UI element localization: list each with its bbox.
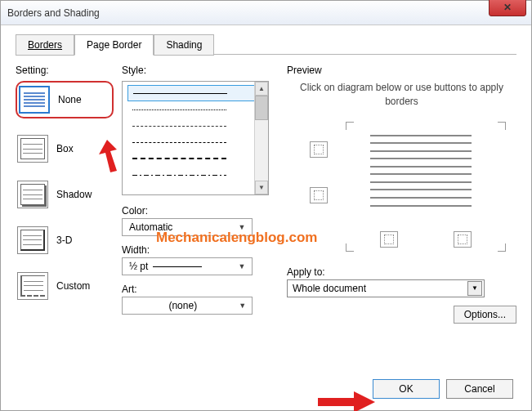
- tab-strip: Borders Page Border Shading: [16, 34, 516, 55]
- width-label: Width:: [122, 244, 150, 256]
- applyto-dropdown[interactable]: Whole document ▼: [287, 279, 485, 297]
- chevron-down-icon: ▼: [467, 281, 482, 296]
- setting-shadow-label: Shadow: [56, 189, 92, 200]
- tab-shading[interactable]: Shading: [154, 34, 214, 56]
- corner-marker: [346, 122, 354, 130]
- setting-column: Setting: None Box: [16, 65, 114, 324]
- style-option-dashdot[interactable]: [127, 167, 263, 183]
- style-option-dash-small[interactable]: [127, 118, 263, 134]
- chevron-down-icon: ▼: [235, 262, 248, 270]
- setting-box[interactable]: Box: [16, 133, 114, 164]
- art-value: (none): [129, 300, 237, 311]
- corner-marker: [346, 243, 354, 252]
- svg-rect-1: [318, 398, 354, 406]
- style-scrollbar[interactable]: ▲ ▼: [254, 82, 268, 194]
- content-area: Borders Page Border Shading Setting: Non…: [1, 25, 531, 410]
- style-column: Style: ▲ ▼: [122, 65, 269, 324]
- applyto-label: Apply to:: [287, 266, 325, 278]
- setting-custom-label: Custom: [56, 280, 90, 292]
- border-bottom-button[interactable]: [310, 187, 328, 203]
- art-label: Art:: [122, 284, 137, 295]
- preview-column: Preview Click on diagram below or use bu…: [277, 65, 516, 324]
- border-left-button[interactable]: [380, 231, 398, 248]
- scroll-down-icon[interactable]: ▼: [255, 181, 268, 194]
- preview-page-icon: [364, 130, 478, 212]
- setting-shadow[interactable]: Shadow: [16, 179, 114, 210]
- scroll-up-icon[interactable]: ▲: [255, 82, 268, 96]
- width-dropdown[interactable]: ½ pt ▼: [122, 257, 253, 275]
- annotation-arrow-icon: [318, 391, 375, 411]
- preview-hint: Click on diagram below or use buttons to…: [287, 81, 516, 109]
- border-top-button[interactable]: [310, 141, 328, 158]
- chevron-down-icon: ▼: [235, 223, 248, 231]
- ok-button[interactable]: OK: [373, 379, 440, 399]
- main-panel: Setting: None Box: [16, 65, 516, 324]
- preview-diagram[interactable]: [300, 123, 504, 250]
- threed-icon: [17, 226, 48, 254]
- preview-label: Preview: [287, 65, 516, 76]
- applyto-value: Whole document: [293, 283, 366, 294]
- border-right-button[interactable]: [454, 231, 472, 248]
- scroll-thumb[interactable]: [255, 96, 268, 120]
- setting-none[interactable]: None: [16, 81, 114, 118]
- setting-none-label: None: [58, 94, 82, 105]
- setting-3d-label: 3-D: [56, 235, 72, 246]
- corner-marker: [498, 122, 506, 130]
- close-button[interactable]: ✕: [489, 0, 526, 16]
- none-icon: [19, 86, 50, 114]
- style-label: Style:: [122, 65, 269, 76]
- tab-borders[interactable]: Borders: [16, 34, 74, 56]
- color-dropdown[interactable]: Automatic ▼: [122, 218, 253, 236]
- style-option-dotted[interactable]: [127, 101, 263, 118]
- art-dropdown[interactable]: (none) ▼: [122, 297, 253, 315]
- dialog-window: Borders and Shading ✕ Borders Page Borde…: [0, 0, 532, 411]
- custom-icon: [17, 272, 48, 300]
- setting-box-label: Box: [56, 143, 74, 154]
- shadow-icon: [17, 181, 48, 208]
- color-value: Automatic: [129, 221, 172, 233]
- dialog-buttons: OK Cancel: [373, 379, 513, 399]
- options-button[interactable]: Options...: [454, 306, 516, 324]
- window-title: Borders and Shading: [7, 7, 100, 19]
- setting-label: Setting:: [16, 65, 114, 76]
- tab-page-border[interactable]: Page Border: [74, 34, 154, 56]
- style-option-solid[interactable]: [127, 85, 263, 101]
- applyto-section: Apply to: Whole document ▼ Options...: [287, 266, 516, 297]
- width-value: ½ pt: [129, 261, 148, 272]
- corner-marker: [498, 243, 506, 252]
- setting-3d[interactable]: 3-D: [16, 225, 114, 256]
- cancel-button[interactable]: Cancel: [446, 379, 513, 399]
- box-icon: [17, 135, 48, 163]
- close-icon: ✕: [503, 2, 512, 13]
- color-label: Color:: [122, 205, 148, 217]
- chevron-down-icon: ▼: [237, 302, 248, 310]
- setting-custom[interactable]: Custom: [16, 270, 114, 302]
- style-listbox[interactable]: ▲ ▼: [122, 81, 269, 195]
- style-option-dash-med[interactable]: [127, 134, 263, 150]
- style-option-dash-large[interactable]: [127, 150, 263, 167]
- titlebar: Borders and Shading ✕: [1, 1, 531, 25]
